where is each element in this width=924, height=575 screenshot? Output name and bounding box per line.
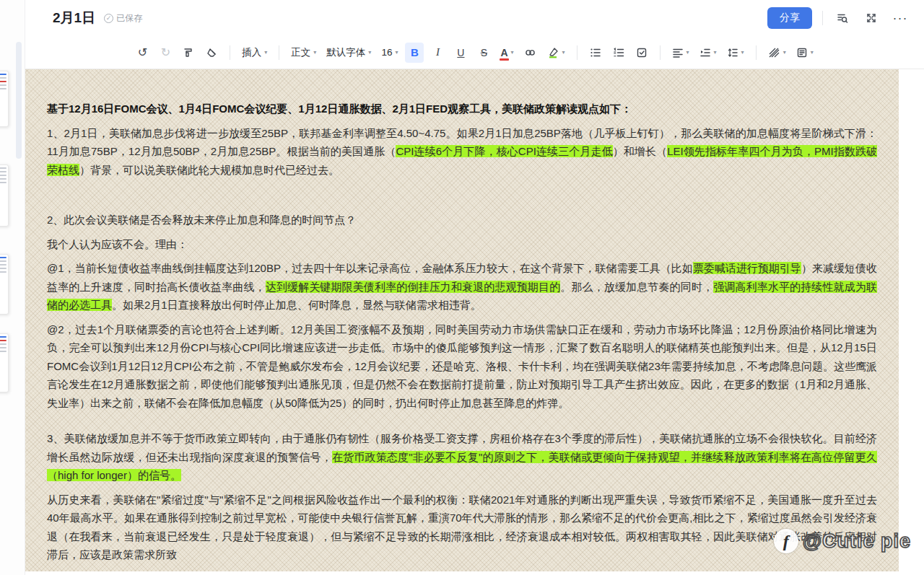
clear-format-icon[interactable] bbox=[202, 43, 221, 63]
paragraph[interactable]: 1、2月1日，美联储加息步伐将进一步放缓至25BP，联邦基金利率调整至4.50~… bbox=[47, 124, 877, 180]
page-thumbnail[interactable] bbox=[0, 164, 9, 227]
task-list-icon[interactable] bbox=[632, 43, 651, 63]
page-thumbnail[interactable] bbox=[0, 333, 9, 392]
font-size-select[interactable]: 16▾ bbox=[378, 43, 401, 63]
outline-search-icon[interactable] bbox=[833, 9, 852, 27]
paragraph[interactable]: 2、此次会议美联储是否会释放未来停止加息和降息的时间节点？ bbox=[47, 211, 877, 229]
formatting-toolbar: ↺ ↻ 插入▾ 正文▾ 默认字体▾ 16▾ B I U S A ▾ ▾ bbox=[25, 36, 924, 69]
redo-icon[interactable]: ↻ bbox=[156, 43, 175, 63]
text-segment: ）背景，可以说美联储此轮大规模加息时代已经过去。 bbox=[79, 164, 339, 176]
highlighted-text: 达到缓解关键期限美债利率的倒挂压力和衰退的悲观预期目的 bbox=[266, 281, 561, 293]
text-segment: 从历史来看，美联储在"紧缩过度"与"紧缩不足"之间根据风险收益作出一个最利的权衡… bbox=[47, 493, 877, 561]
align-menu[interactable]: ▾ bbox=[669, 43, 692, 63]
italic-button[interactable]: I bbox=[428, 43, 447, 63]
underline-button[interactable]: U bbox=[451, 43, 470, 63]
paragraph[interactable]: 基于12月16日FOMC会议、1月4日FOMC会议纪要、1月12日通胀数据、2月… bbox=[47, 100, 877, 118]
text-segment: 2、此次会议美联储是否会释放未来停止加息和降息的时间节点？ bbox=[47, 214, 356, 226]
strikethrough-button[interactable]: S bbox=[474, 43, 493, 63]
text-segment: 。如果2月1日直接释放出何时停止加息、何时降息，显然与联储需求相违背。 bbox=[112, 299, 481, 311]
page-layout-menu[interactable]: ▾ bbox=[793, 43, 816, 63]
paragraph[interactable]: @2，过去1个月联储票委的言论也符合上述判断。12月美国工资涨幅不及预期，同时美… bbox=[47, 320, 877, 413]
document-canvas[interactable]: 基于12月16日FOMC会议、1月4日FOMC会议纪要、1月12日通胀数据、2月… bbox=[25, 69, 899, 571]
font-color-button[interactable]: A ▾ bbox=[497, 43, 516, 63]
presentation-mode-icon[interactable] bbox=[862, 9, 881, 27]
text-segment: 基于12月16日FOMC会议、1月4日FOMC会议纪要、1月12日通胀数据、2月… bbox=[47, 102, 632, 115]
font-family-select[interactable]: 默认字体▾ bbox=[323, 43, 374, 63]
indent-menu[interactable]: ▾ bbox=[697, 43, 720, 63]
text-segment: @2，过去1个月联储票委的言论也符合上述判断。12月美国工资涨幅不及预期，同时美… bbox=[47, 323, 877, 409]
highlighted-text: 票委喊话进行预期引导 bbox=[693, 262, 801, 274]
page-title: 2月1日 bbox=[53, 9, 95, 27]
saved-check-icon: ✓ bbox=[104, 14, 113, 23]
document-header: 2月1日 ✓ 已保存 分享 ··· bbox=[25, 0, 924, 36]
format-painter-icon[interactable] bbox=[179, 43, 198, 63]
paragraph[interactable]: 我个人认为应该不会。理由： bbox=[47, 235, 877, 254]
document-body[interactable]: 基于12月16日FOMC会议、1月4日FOMC会议纪要、1月12日通胀数据、2月… bbox=[25, 69, 899, 571]
paragraph[interactable]: @1，当前长短债收益率曲线倒挂幅度达到120BP，过去四十年以来记录高位，金融体… bbox=[47, 259, 877, 315]
text-segment: ）和增长（ bbox=[613, 145, 668, 157]
page-thumbnail[interactable] bbox=[0, 254, 9, 315]
highlighted-text: CPI连续6个月下降，核心CPI连续三个月走低 bbox=[396, 145, 612, 157]
bullet-list-icon[interactable] bbox=[586, 43, 605, 63]
bold-button[interactable]: B bbox=[405, 43, 424, 63]
undo-icon[interactable]: ↺ bbox=[133, 43, 152, 63]
link-icon[interactable] bbox=[521, 43, 540, 63]
divider bbox=[822, 11, 823, 25]
line-spacing-menu[interactable]: ▾ bbox=[724, 43, 747, 63]
more-menu-icon[interactable]: ··· bbox=[891, 9, 910, 27]
save-status: ✓ 已保存 bbox=[104, 12, 142, 25]
paragraph[interactable]: 3、美联储放缓加息并不等于货币政策立即转向，由于通胀仍有韧性（服务价格受工资支撑… bbox=[47, 429, 877, 485]
text-segment: 我个人认为应该不会。理由： bbox=[47, 238, 188, 250]
insert-menu[interactable]: 插入▾ bbox=[239, 43, 270, 63]
panel-edge-bar[interactable] bbox=[16, 42, 22, 159]
paragraph[interactable]: 从历史来看，美联储在"紧缩过度"与"紧缩不足"之间根据风险收益作出一个最利的权衡… bbox=[47, 491, 877, 564]
text-segment: 。那么，放缓加息节奏的同时， bbox=[560, 281, 713, 293]
highlight-color-button[interactable]: ▾ bbox=[544, 43, 568, 63]
share-button[interactable]: 分享 bbox=[767, 7, 812, 29]
text-segment: @1，当前长短债收益率曲线倒挂幅度达到120BP，过去四十年以来记录高位，金融体… bbox=[47, 262, 693, 274]
collapsed-thumbnail-panel bbox=[0, 0, 25, 575]
saved-label: 已保存 bbox=[116, 12, 142, 25]
text-style-select[interactable]: 正文▾ bbox=[288, 43, 319, 63]
page-background-menu[interactable]: ▾ bbox=[765, 43, 789, 63]
page-thumbnail[interactable] bbox=[0, 71, 9, 127]
numbered-list-icon[interactable] bbox=[609, 43, 628, 63]
